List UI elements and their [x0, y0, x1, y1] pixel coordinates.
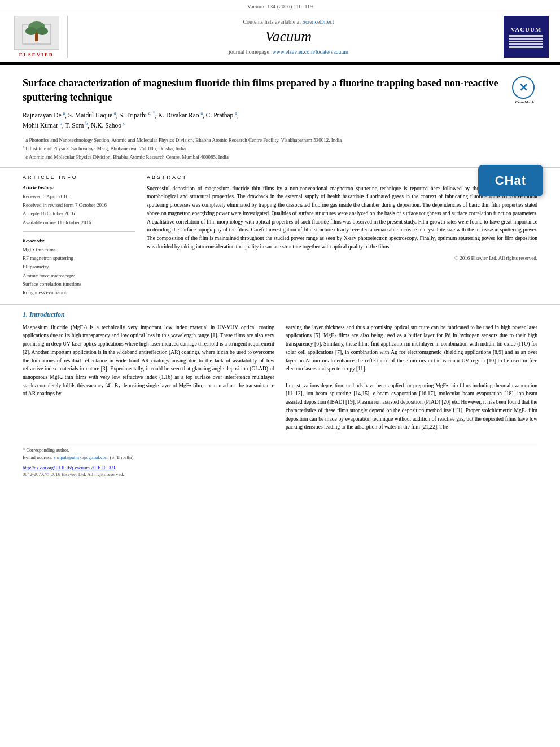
journal-homepage: journal homepage: www.elsevier.com/locat… [73, 49, 504, 55]
intro-left-text: Magnesium fluoride (MgF₂) is a technical… [23, 324, 274, 398]
article-info-heading: ARTICLE INFO [23, 174, 135, 180]
svg-point-3 [25, 27, 37, 35]
intro-columns: Magnesium fluoride (MgF₂) is a technical… [23, 324, 537, 431]
received-date: Received 6 April 2016 [23, 193, 135, 201]
vacuum-logo-text: VACUUM [511, 26, 542, 33]
keyword-4: Atomic force microscopy [23, 272, 135, 280]
affiliation-c: c c Atomic and Molecular Physics Divisio… [23, 152, 537, 161]
article-title-section: Surface characterization of magnesium fl… [0, 65, 560, 168]
page: Vacuum 134 (2016) 110–119 ELSEVIER Conte… [0, 0, 560, 747]
elsevier-label: ELSEVIER [19, 52, 54, 58]
crossmark-label: CrossMark [512, 100, 537, 106]
journal-center: Contents lists available at ScienceDirec… [73, 16, 504, 58]
chat-button[interactable]: CHat [478, 165, 543, 196]
intro-right-text: varying the layer thickness and thus a p… [286, 324, 537, 431]
available-date: Available online 11 October 2016 [23, 219, 135, 227]
intro-title: 1. Introduction [23, 311, 537, 319]
contents-line: Contents lists available at ScienceDirec… [73, 19, 504, 25]
article-history-label: Article history: [23, 185, 135, 190]
email-link[interactable]: shilpatripathi75@gmail.com [54, 455, 108, 460]
intro-right-col: varying the layer thickness and thus a p… [286, 324, 537, 431]
keyword-3: Ellipsometry [23, 263, 135, 271]
introduction-section: 1. Introduction Magnesium fluoride (MgF₂… [0, 305, 560, 437]
crossmark-circle: ✕ [512, 76, 535, 99]
journal-name: Vacuum [73, 28, 504, 45]
elsevier-image [14, 16, 59, 50]
authors: Rajnarayan De a, S. Maidul Haque a, S. T… [23, 110, 537, 130]
keywords-label: Keywords: [23, 238, 135, 243]
affiliations: a a Photonics and Nanotechnology Section… [23, 136, 537, 161]
keyword-1: MgF₂ thin films [23, 246, 135, 254]
email-note: E-mail address: shilpatripathi75@gmail.c… [23, 454, 537, 461]
homepage-link[interactable]: www.elsevier.com/locate/vacuum [272, 49, 348, 55]
article-info-col: ARTICLE INFO Article history: Received 6… [23, 174, 135, 298]
keywords-list: MgF₂ thin films RF magnetron sputtering … [23, 246, 135, 298]
volume-info: Vacuum 134 (2016) 110–119 [0, 0, 560, 11]
copyright: © 2016 Elsevier Ltd. All rights reserved… [147, 255, 537, 261]
keyword-5: Surface correlation functions [23, 280, 135, 289]
doi-link[interactable]: http://dx.doi.org/10.1016/j.vacuum.2016.… [23, 465, 115, 470]
article-title: Surface characterization of magnesium fl… [23, 76, 537, 104]
doi-line: http://dx.doi.org/10.1016/j.vacuum.2016.… [23, 465, 537, 470]
sciencedirect-link[interactable]: ScienceDirect [302, 19, 334, 25]
article-dates: Received 6 April 2016 Received in revise… [23, 193, 135, 232]
volume-text: Vacuum 134 (2016) 110–119 [247, 3, 313, 10]
vacuum-logo-decoration [509, 35, 543, 48]
elsevier-logo: ELSEVIER [11, 16, 68, 58]
crossmark-x-icon: ✕ [519, 80, 528, 95]
vacuum-logo: VACUUM [504, 16, 549, 58]
affiliation-a: a a Photonics and Nanotechnology Section… [23, 136, 537, 144]
corresponding-author-note: * Corresponding author. [23, 447, 537, 454]
footer: * Corresponding author. E-mail address: … [23, 443, 537, 477]
keyword-2: RF magnetron sputtering [23, 254, 135, 263]
affiliation-b: b b Institute of Physics, Sachivalaya Ma… [23, 144, 537, 152]
article-info-abstract: ARTICLE INFO Article history: Received 6… [0, 168, 560, 305]
crossmark: ✕ CrossMark [512, 76, 537, 102]
svg-point-4 [37, 27, 48, 35]
received-revised: Received in revised form 7 October 2016 [23, 201, 135, 209]
keyword-6: Roughness evaluation [23, 289, 135, 297]
accepted-date: Accepted 8 October 2016 [23, 209, 135, 218]
intro-left-col: Magnesium fluoride (MgF₂) is a technical… [23, 324, 274, 431]
issn-line: 0042-207X/© 2016 Elsevier Ltd. All right… [23, 471, 537, 477]
journal-header: ELSEVIER Contents lists available at Sci… [0, 11, 560, 63]
